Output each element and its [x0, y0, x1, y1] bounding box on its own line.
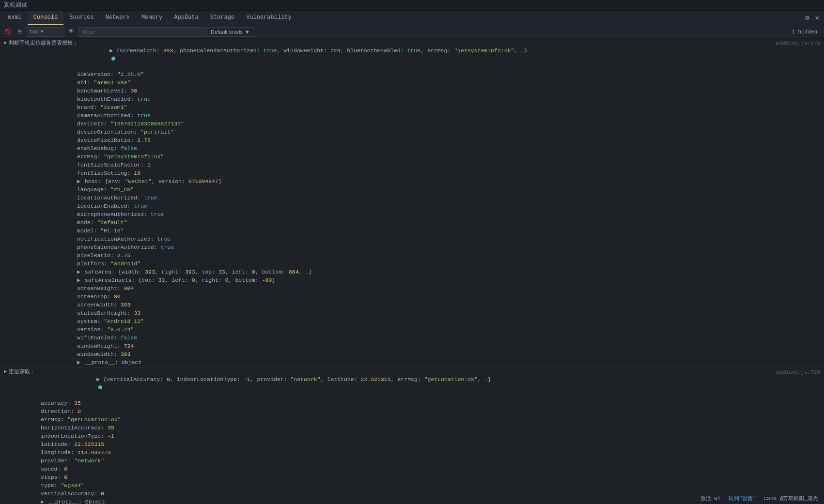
prop-line: ▶ __proto__: Object: [0, 359, 824, 367]
prop-line: abi: "arm64-v8a": [0, 79, 824, 87]
prop-line: notificationAuthorized: true: [0, 235, 824, 244]
prop-line: cameraAuthorized: true: [0, 112, 824, 120]
console-toolbar: 🚫 ⊟ top ▼ 👁 Default levels ▼ 1 hidden: [0, 25, 824, 39]
prop-line: speed: 0: [0, 465, 824, 473]
tab-sources[interactable]: Sources: [63, 11, 99, 25]
toggle-drawer-button[interactable]: ⊟: [16, 28, 24, 36]
prop-line: deviceOrientation: "portrait": [0, 128, 824, 137]
top-level-selector[interactable]: top ▼: [26, 27, 64, 37]
expand-icon-2[interactable]: ▶: [4, 368, 7, 376]
window-title: 真机调试: [4, 1, 27, 9]
prop-line: locationEnabled: true: [0, 202, 824, 211]
eye-visibility-icon[interactable]: 👁: [66, 28, 77, 35]
prop-line: windowWidth: 393: [0, 351, 824, 359]
prop-line: horizontalAccuracy: 35: [0, 424, 824, 432]
prop-line: ▶ safeAreaInsets: {top: 33, left: 0, rig…: [0, 276, 824, 285]
clear-console-button[interactable]: 🚫: [3, 28, 14, 36]
activate-windows-text: 激活 Wi: [700, 495, 721, 502]
tab-appdata[interactable]: AppData: [168, 11, 204, 25]
log-source-2[interactable]: addbind.js:789: [766, 368, 824, 376]
prop-line: longitude: 113.933773: [0, 449, 824, 457]
tab-network[interactable]: Network: [100, 11, 136, 25]
close-icon[interactable]: ✕: [812, 14, 822, 22]
prop-line: accuracy: 35: [0, 399, 824, 408]
prop-line: mode: "default": [0, 219, 824, 227]
prop-line: type: "wgs84": [0, 482, 824, 490]
prop-line: phoneCalendarAuthorized: true: [0, 244, 824, 252]
prop-line: locationAuthorized: true: [0, 194, 824, 202]
log-content-2: ▶ {verticalAccuracy: 0, indoorLocationTy…: [68, 368, 766, 399]
log-line-2-header: ▶ 定位获取： ▶ {verticalAccuracy: 0, indoorLo…: [0, 367, 824, 399]
hidden-count-label: 1 hidden: [792, 29, 821, 35]
prop-line: screenTop: 80: [0, 293, 824, 301]
log-group-2: ▶ 定位获取： ▶ {verticalAccuracy: 0, indoorLo…: [0, 367, 824, 504]
tab-storage[interactable]: Storage: [204, 11, 240, 25]
prop-line: enableDebug: false: [0, 145, 824, 153]
prop-line: model: "Mi 10": [0, 227, 824, 235]
prop-line: language: "zh_CN": [0, 186, 824, 194]
prop-line: errMsg: "getLocation:ok": [0, 416, 824, 424]
expand-icon-1[interactable]: ▶: [4, 39, 7, 47]
top-dropdown-arrow: ▼: [41, 30, 43, 34]
prop-line: brand: "Xiaomi": [0, 104, 824, 112]
watermark-text: CSDN @芳草斜阳_晨光: [764, 495, 818, 502]
prop-line: ▶ host: {env: "WeChat", version: 6710948…: [0, 178, 824, 186]
prop-line: platform: "android": [0, 260, 824, 268]
prop-line: version: "8.0.24": [0, 326, 824, 334]
prop-line: microphoneAuthorized: true: [0, 211, 824, 219]
prop-line: fontSizeScaleFactor: 1: [0, 161, 824, 169]
window-title-bar: 真机调试: [0, 0, 824, 11]
filter-input[interactable]: [78, 27, 204, 37]
log-props-1: SDKVersion: "2.25.0" abi: "arm64-v8a" be…: [0, 71, 824, 367]
log-prefix-1: ▶ 判断手机定位服务是否授权：: [0, 39, 81, 47]
tab-bar: Wxml Console Sources Network Memory AppD…: [0, 11, 824, 25]
prop-line: screenHeight: 804: [0, 285, 824, 293]
prop-line: devicePixelRatio: 2.75: [0, 137, 824, 145]
tab-console[interactable]: Console: [28, 11, 63, 25]
prop-line: benchmarkLevel: 30: [0, 87, 824, 95]
settings-icon[interactable]: ⚙: [802, 14, 812, 22]
prop-line: errMsg: "getSystemInfo:ok": [0, 153, 824, 161]
prop-line: bluetoothEnabled: true: [0, 95, 824, 104]
tab-wxml[interactable]: Wxml: [2, 11, 28, 25]
default-levels-button[interactable]: Default levels ▼: [206, 27, 254, 37]
top-label: top: [29, 29, 39, 35]
goto-settings-text[interactable]: 转到"设置": [729, 495, 756, 502]
prop-line: provider: "network": [0, 457, 824, 465]
bottom-overlay: 激活 Wi 转到"设置" CSDN @芳草斜阳_晨光: [695, 493, 824, 504]
prop-line: wifiEnabled: false: [0, 334, 824, 342]
log-source-1[interactable]: addbind.js:678: [766, 39, 824, 47]
prop-line: fontSizeSetting: 16: [0, 169, 824, 178]
console-output[interactable]: ▶ 判断手机定位服务是否授权： ▶ {screenWidth: 393, pho…: [0, 39, 824, 504]
log-props-2: accuracy: 35 direction: 0 errMsg: "getLo…: [0, 399, 824, 504]
log-content-1: ▶ {screenWidth: 393, phoneCalendarAuthor…: [81, 39, 766, 70]
prop-line: screenWidth: 393: [0, 301, 824, 309]
prop-line: ▶ safeArea: {width: 393, right: 393, top…: [0, 268, 824, 276]
prop-line: latitude: 22.525315: [0, 441, 824, 449]
tab-vulnerability[interactable]: Vulnerability: [240, 11, 297, 25]
prop-line: SDKVersion: "2.25.0": [0, 71, 824, 79]
prop-line: deviceId: "16576211830088827130": [0, 120, 824, 128]
prop-line: pixelRatio: 2.75: [0, 252, 824, 260]
log-group-1: ▶ 判断手机定位服务是否授权： ▶ {screenWidth: 393, pho…: [0, 39, 824, 367]
log-prefix-2: ▶ 定位获取：: [0, 368, 68, 376]
prop-line: system: "Android 12": [0, 318, 824, 326]
tab-memory[interactable]: Memory: [136, 11, 168, 25]
prop-line: steps: 0: [0, 473, 824, 482]
prop-line: direction: 0: [0, 408, 824, 416]
prop-line: windowHeight: 724: [0, 342, 824, 351]
prop-line: indoorLocationType: -1: [0, 432, 824, 441]
prop-line: statusBarHeight: 33: [0, 309, 824, 318]
log-line-1-header: ▶ 判断手机定位服务是否授权： ▶ {screenWidth: 393, pho…: [0, 39, 824, 71]
